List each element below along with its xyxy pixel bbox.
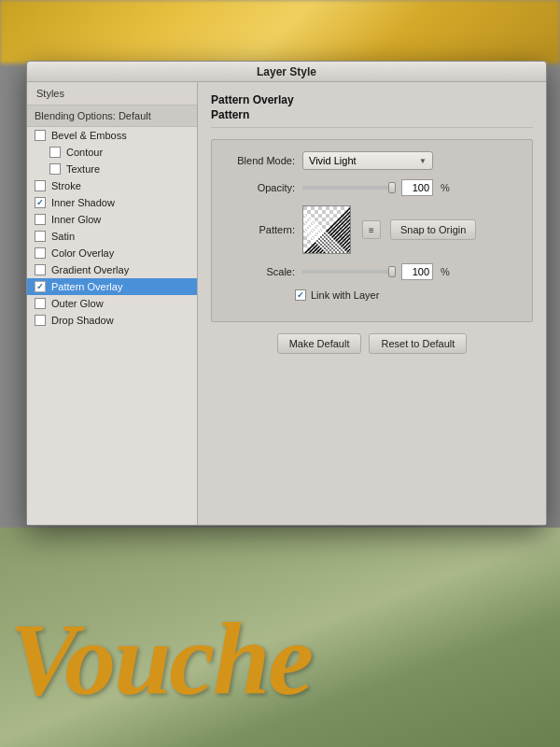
scale-row: Scale: %: [225, 263, 519, 280]
checkbox-satin[interactable]: [35, 231, 46, 242]
dialog-title: Layer Style: [257, 65, 316, 78]
checkbox-texture[interactable]: [49, 163, 61, 175]
pattern-svg: [303, 206, 350, 253]
checkbox-inner-shadow[interactable]: [35, 197, 46, 208]
pattern-menu-icon[interactable]: ≡: [362, 220, 381, 239]
checkbox-pattern-overlay[interactable]: [35, 281, 46, 292]
pattern-overlay-content: Blend Mode: Vivid Light ▼ Opacity:: [211, 139, 533, 322]
sidebar-item-label-gradient-overlay: Gradient Overlay: [51, 264, 129, 275]
sidebar-item-label-inner-shadow: Inner Shadow: [51, 197, 115, 208]
sidebar-item-label-color-overlay: Color Overlay: [51, 247, 114, 259]
sidebar-item-label-outer-glow: Outer Glow: [51, 298, 104, 309]
panel-subtitle: Pattern: [211, 108, 533, 128]
layer-style-dialog: Layer Style Styles Blending Options: Def…: [26, 61, 547, 526]
styles-header[interactable]: Styles: [27, 82, 197, 106]
scale-slider[interactable]: [302, 270, 396, 274]
sidebar-item-label-contour: Contour: [66, 147, 103, 158]
dialog-body: Styles Blending Options: Default Bevel &…: [27, 82, 546, 525]
scale-slider-thumb[interactable]: [388, 266, 396, 277]
scale-unit: %: [441, 266, 450, 277]
checkbox-stroke[interactable]: [35, 180, 46, 191]
sidebar-item-pattern-overlay[interactable]: Pattern Overlay: [27, 278, 197, 295]
opacity-unit: %: [441, 182, 450, 193]
layer-items-list: Bevel & EmbossContourTextureStrokeInner …: [27, 127, 197, 329]
sidebar-item-label-inner-glow: Inner Glow: [51, 214, 101, 225]
blending-options-item[interactable]: Blending Options: Default: [27, 106, 197, 127]
panel-title: Pattern Overlay: [211, 93, 533, 106]
right-panel: Pattern Overlay Pattern Blend Mode: Vivi…: [198, 82, 546, 525]
blend-mode-row: Blend Mode: Vivid Light ▼: [225, 151, 519, 170]
link-with-layer-checkbox[interactable]: [295, 289, 306, 301]
pattern-label: Pattern:: [225, 224, 295, 235]
sidebar-item-drop-shadow[interactable]: Drop Shadow: [27, 312, 197, 329]
sidebar-item-satin[interactable]: Satin: [27, 228, 197, 245]
link-with-layer-label: Link with Layer: [311, 289, 379, 301]
opacity-input[interactable]: [401, 179, 433, 196]
sidebar-item-label-drop-shadow: Drop Shadow: [51, 315, 114, 326]
pattern-row: Pattern:: [225, 205, 519, 254]
voucher-text: Vouche: [9, 600, 312, 719]
opacity-slider-track: [302, 186, 396, 190]
sidebar-item-inner-shadow[interactable]: Inner Shadow: [27, 194, 197, 211]
checkbox-contour[interactable]: [49, 147, 61, 158]
dialog-titlebar: Layer Style: [27, 62, 546, 82]
reset-to-default-button[interactable]: Reset to Default: [369, 333, 467, 354]
checkbox-inner-glow[interactable]: [35, 214, 46, 225]
checkbox-gradient-overlay[interactable]: [35, 264, 46, 275]
blend-mode-arrow-icon: ▼: [419, 157, 427, 165]
opacity-slider[interactable]: [302, 186, 396, 190]
checkbox-color-overlay[interactable]: [35, 247, 46, 259]
blend-mode-label: Blend Mode:: [225, 155, 295, 166]
sidebar-item-bevel[interactable]: Bevel & Emboss: [27, 127, 197, 144]
pattern-preview[interactable]: [302, 205, 351, 254]
blend-mode-select[interactable]: Vivid Light ▼: [302, 151, 433, 170]
sidebar-item-label-bevel: Bevel & Emboss: [51, 130, 127, 141]
checkbox-outer-glow[interactable]: [35, 298, 46, 309]
sidebar-item-outer-glow[interactable]: Outer Glow: [27, 295, 197, 312]
snap-to-origin-button[interactable]: Snap to Origin: [390, 219, 476, 240]
sidebar-item-stroke[interactable]: Stroke: [27, 177, 197, 194]
scale-input[interactable]: [401, 263, 433, 280]
sidebar-item-label-pattern-overlay: Pattern Overlay: [51, 281, 122, 292]
opacity-slider-container: %: [302, 179, 519, 196]
blend-mode-value: Vivid Light: [309, 155, 419, 166]
sidebar-item-label-stroke: Stroke: [51, 180, 81, 191]
opacity-slider-thumb[interactable]: [388, 182, 396, 193]
action-buttons-row: Make Default Reset to Default: [211, 333, 533, 354]
sidebar-item-label-satin: Satin: [51, 231, 75, 242]
sidebar-item-gradient-overlay[interactable]: Gradient Overlay: [27, 261, 197, 278]
sidebar-item-inner-glow[interactable]: Inner Glow: [27, 211, 197, 228]
opacity-row: Opacity: %: [225, 179, 519, 196]
sidebar-item-contour[interactable]: Contour: [27, 144, 197, 161]
sidebar-item-label-texture: Texture: [66, 163, 100, 175]
scale-slider-track: [302, 270, 396, 274]
background-bottom: Vouche: [0, 528, 560, 747]
checkbox-bevel[interactable]: [35, 130, 46, 141]
opacity-label: Opacity:: [225, 182, 295, 193]
scale-slider-container: %: [302, 263, 519, 280]
make-default-button[interactable]: Make Default: [277, 333, 362, 354]
sidebar-item-color-overlay[interactable]: Color Overlay: [27, 245, 197, 261]
sidebar-item-texture[interactable]: Texture: [27, 161, 197, 177]
scale-label: Scale:: [225, 266, 295, 277]
left-panel: Styles Blending Options: Default Bevel &…: [27, 82, 198, 525]
link-with-layer-row: Link with Layer: [225, 289, 519, 301]
background-top: [0, 0, 560, 63]
checkbox-drop-shadow[interactable]: [35, 315, 46, 326]
